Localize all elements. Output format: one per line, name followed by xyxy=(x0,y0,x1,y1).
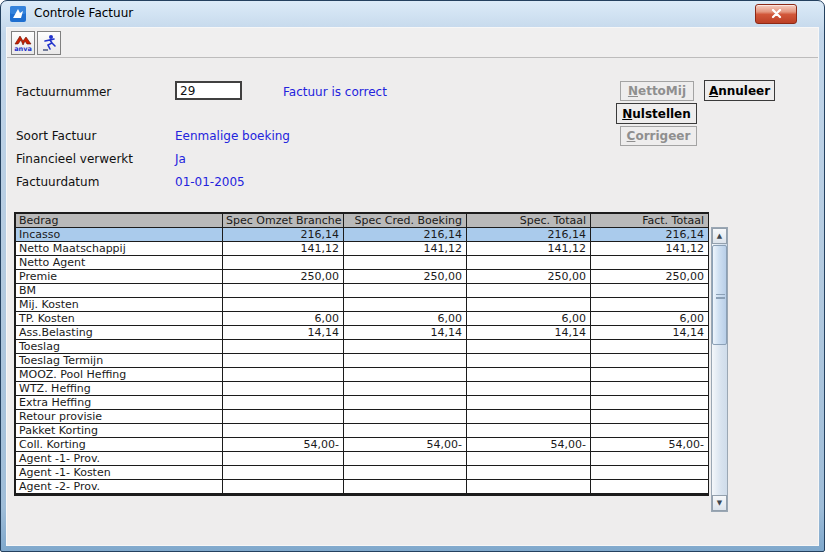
nulstellen-button[interactable]: Nulstellen xyxy=(616,103,697,124)
row-value-cell[interactable]: 141,12 xyxy=(467,242,591,256)
row-value-cell[interactable] xyxy=(467,382,591,396)
row-label-cell[interactable]: Premie xyxy=(16,270,223,284)
toolbar-exit-button[interactable] xyxy=(37,31,61,55)
table-row[interactable]: Pakket Korting xyxy=(16,424,709,438)
annuleer-button[interactable]: Annuleer xyxy=(704,80,775,101)
row-label-cell[interactable]: MOOZ. Pool Heffing xyxy=(16,368,223,382)
nettomij-button[interactable]: NettoMij xyxy=(620,81,694,101)
row-value-cell[interactable]: 216,14 xyxy=(467,228,591,242)
row-value-cell[interactable]: 14,14 xyxy=(344,326,467,340)
row-value-cell[interactable] xyxy=(591,368,709,382)
row-label-cell[interactable]: Pakket Korting xyxy=(16,424,223,438)
row-value-cell[interactable]: 54,00- xyxy=(223,438,344,452)
row-value-cell[interactable] xyxy=(223,452,344,466)
row-value-cell[interactable] xyxy=(591,340,709,354)
row-label-cell[interactable]: BM xyxy=(16,284,223,298)
row-label-cell[interactable]: Retour provisie xyxy=(16,410,223,424)
row-value-cell[interactable] xyxy=(467,452,591,466)
row-value-cell[interactable] xyxy=(591,452,709,466)
table-row[interactable]: Agent -1- Prov. xyxy=(16,452,709,466)
row-value-cell[interactable] xyxy=(344,340,467,354)
grid-vertical-scrollbar[interactable]: ▲ ▼ xyxy=(711,227,728,512)
row-value-cell[interactable] xyxy=(591,354,709,368)
row-value-cell[interactable]: 141,12 xyxy=(344,242,467,256)
table-row[interactable]: Mij. Kosten xyxy=(16,298,709,312)
row-value-cell[interactable] xyxy=(344,396,467,410)
row-value-cell[interactable] xyxy=(591,256,709,270)
table-row[interactable]: Agent -1- Kosten xyxy=(16,466,709,480)
table-row[interactable]: Netto Maatschappij141,12141,12141,12141,… xyxy=(16,242,709,256)
row-value-cell[interactable]: 216,14 xyxy=(591,228,709,242)
row-value-cell[interactable] xyxy=(591,298,709,312)
row-label-cell[interactable]: Incasso xyxy=(16,228,223,242)
row-value-cell[interactable] xyxy=(223,354,344,368)
row-value-cell[interactable] xyxy=(467,396,591,410)
row-label-cell[interactable]: Extra Heffing xyxy=(16,396,223,410)
table-row[interactable]: Netto Agent xyxy=(16,256,709,270)
row-value-cell[interactable] xyxy=(223,284,344,298)
row-value-cell[interactable]: 6,00 xyxy=(344,312,467,326)
close-button[interactable] xyxy=(755,4,797,24)
row-value-cell[interactable] xyxy=(467,466,591,480)
row-value-cell[interactable] xyxy=(344,298,467,312)
row-value-cell[interactable]: 250,00 xyxy=(591,270,709,284)
table-row[interactable]: Ass.Belasting14,1414,1414,1414,14 xyxy=(16,326,709,340)
table-row[interactable]: Premie250,00250,00250,00250,00 xyxy=(16,270,709,284)
table-row[interactable]: Toeslag xyxy=(16,340,709,354)
table-row[interactable]: Incasso216,14216,14216,14216,14 xyxy=(16,228,709,242)
table-row[interactable]: WTZ. Heffing xyxy=(16,382,709,396)
row-label-cell[interactable]: Netto Agent xyxy=(16,256,223,270)
row-value-cell[interactable] xyxy=(467,368,591,382)
row-label-cell[interactable]: Netto Maatschappij xyxy=(16,242,223,256)
row-value-cell[interactable] xyxy=(344,452,467,466)
row-value-cell[interactable] xyxy=(344,466,467,480)
row-value-cell[interactable] xyxy=(591,284,709,298)
row-value-cell[interactable] xyxy=(344,424,467,438)
row-value-cell[interactable] xyxy=(344,368,467,382)
row-value-cell[interactable]: 141,12 xyxy=(591,242,709,256)
table-row[interactable]: Agent -2- Prov. xyxy=(16,480,709,494)
row-value-cell[interactable] xyxy=(591,410,709,424)
table-row[interactable]: Toeslag Termijn xyxy=(16,354,709,368)
row-label-cell[interactable]: Mij. Kosten xyxy=(16,298,223,312)
row-value-cell[interactable]: 6,00 xyxy=(467,312,591,326)
table-row[interactable]: Coll. Korting54,00-54,00-54,00-54,00- xyxy=(16,438,709,452)
row-value-cell[interactable] xyxy=(591,424,709,438)
row-value-cell[interactable] xyxy=(344,354,467,368)
row-value-cell[interactable] xyxy=(344,410,467,424)
table-row[interactable]: Retour provisie xyxy=(16,410,709,424)
row-value-cell[interactable] xyxy=(223,396,344,410)
row-value-cell[interactable] xyxy=(223,256,344,270)
row-value-cell[interactable] xyxy=(344,480,467,494)
row-value-cell[interactable]: 14,14 xyxy=(467,326,591,340)
row-value-cell[interactable]: 6,00 xyxy=(591,312,709,326)
toolbar-home-button[interactable]: anva xyxy=(11,31,35,55)
row-value-cell[interactable] xyxy=(223,480,344,494)
row-value-cell[interactable] xyxy=(591,382,709,396)
row-value-cell[interactable] xyxy=(467,480,591,494)
row-label-cell[interactable]: Ass.Belasting xyxy=(16,326,223,340)
row-value-cell[interactable]: 250,00 xyxy=(467,270,591,284)
row-value-cell[interactable] xyxy=(223,382,344,396)
row-value-cell[interactable] xyxy=(344,382,467,396)
row-value-cell[interactable]: 14,14 xyxy=(223,326,344,340)
row-value-cell[interactable]: 141,12 xyxy=(223,242,344,256)
row-value-cell[interactable]: 216,14 xyxy=(223,228,344,242)
row-value-cell[interactable]: 250,00 xyxy=(344,270,467,284)
row-value-cell[interactable] xyxy=(223,466,344,480)
row-value-cell[interactable] xyxy=(467,424,591,438)
row-label-cell[interactable]: WTZ. Heffing xyxy=(16,382,223,396)
row-label-cell[interactable]: Agent -2- Prov. xyxy=(16,480,223,494)
corrigeer-button[interactable]: Corrigeer xyxy=(620,126,697,146)
row-value-cell[interactable] xyxy=(223,340,344,354)
row-value-cell[interactable] xyxy=(467,256,591,270)
row-value-cell[interactable] xyxy=(467,410,591,424)
scroll-down-button[interactable]: ▼ xyxy=(712,495,727,511)
scroll-up-button[interactable]: ▲ xyxy=(712,228,727,244)
row-value-cell[interactable] xyxy=(223,410,344,424)
row-value-cell[interactable] xyxy=(467,340,591,354)
row-value-cell[interactable] xyxy=(223,368,344,382)
table-row[interactable]: TP. Kosten6,006,006,006,00 xyxy=(16,312,709,326)
row-value-cell[interactable] xyxy=(591,466,709,480)
row-value-cell[interactable]: 216,14 xyxy=(344,228,467,242)
